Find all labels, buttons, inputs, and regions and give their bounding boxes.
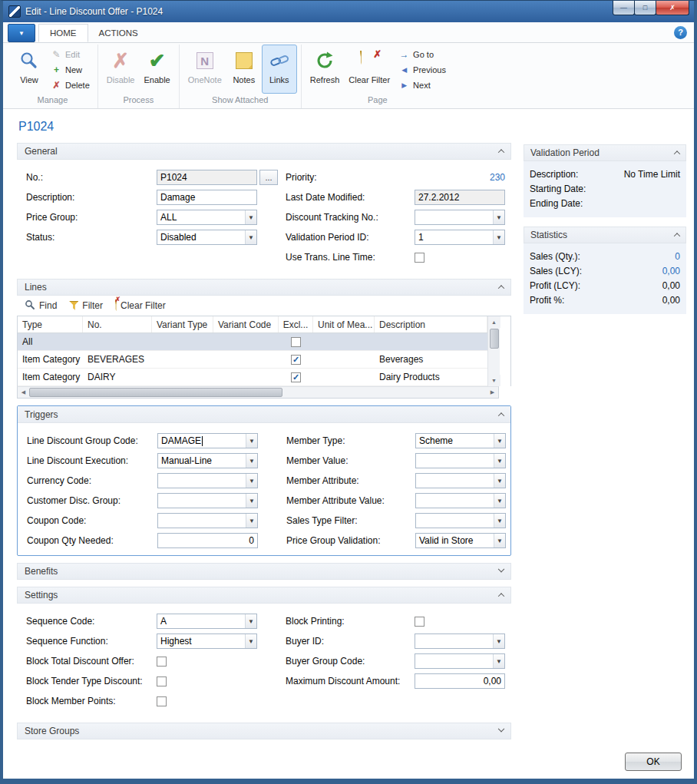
notes-button[interactable]: Notes bbox=[226, 45, 262, 94]
horizontal-scrollbar[interactable]: ◀ ▶ bbox=[17, 386, 499, 399]
scroll-down-icon[interactable]: ▼ bbox=[488, 375, 500, 386]
next-button[interactable]: ▶ Next bbox=[395, 78, 450, 93]
enable-button[interactable]: ✔ Enable bbox=[139, 45, 174, 94]
block-total-discount-offer-checkbox[interactable] bbox=[157, 657, 167, 667]
disable-button[interactable]: ✗ Disable bbox=[102, 45, 140, 94]
stat-sales-lcy-value[interactable]: 0,00 bbox=[662, 266, 680, 276]
triggers-header[interactable]: Triggers bbox=[18, 406, 510, 423]
block-member-points-checkbox[interactable] bbox=[157, 696, 167, 706]
dropdown-arrow-icon[interactable]: ▼ bbox=[246, 434, 257, 448]
dropdown-arrow-icon[interactable]: ▼ bbox=[246, 454, 257, 468]
maximize-button[interactable]: □ bbox=[634, 1, 656, 15]
buyer-group-code-select[interactable]: ▼ bbox=[415, 653, 505, 669]
benefits-header[interactable]: Benefits bbox=[17, 563, 511, 580]
column-header-no[interactable]: No. bbox=[83, 316, 152, 332]
line-discount-execution-select[interactable]: Manual-Line ▼ bbox=[157, 453, 258, 468]
sequence-function-select[interactable]: Highest ▼ bbox=[157, 633, 257, 649]
table-row[interactable]: Item Category BEVERAGES ✓ Beverages bbox=[18, 351, 487, 369]
block-tender-type-discount-checkbox[interactable] bbox=[157, 676, 167, 686]
ok-button[interactable]: OK bbox=[625, 753, 682, 771]
minimize-button[interactable]: — bbox=[613, 1, 635, 15]
chevron-up-icon[interactable] bbox=[498, 412, 504, 418]
links-button[interactable]: Links bbox=[262, 45, 297, 94]
member-attribute-value-select[interactable]: ▼ bbox=[415, 493, 506, 508]
column-header-type[interactable]: Type bbox=[18, 316, 83, 332]
dropdown-arrow-icon[interactable]: ▼ bbox=[493, 230, 504, 244]
discount-tracking-no-select[interactable]: ▼ bbox=[415, 210, 505, 225]
general-header[interactable]: General bbox=[17, 143, 511, 160]
dropdown-arrow-icon[interactable]: ▼ bbox=[246, 514, 257, 528]
no-field[interactable]: P1024 bbox=[157, 170, 257, 185]
dropdown-arrow-icon[interactable]: ▼ bbox=[245, 210, 256, 224]
coupon-code-select[interactable]: ▼ bbox=[157, 513, 258, 528]
description-field[interactable]: Damage bbox=[157, 190, 257, 205]
customer-disc-group-select[interactable]: ▼ bbox=[157, 493, 258, 508]
previous-button[interactable]: ◀ Previous bbox=[395, 62, 450, 78]
member-type-select[interactable]: Scheme ▼ bbox=[415, 433, 506, 448]
sequence-code-select[interactable]: A ▼ bbox=[157, 614, 257, 629]
assist-edit-button[interactable]: ... bbox=[259, 170, 278, 185]
new-button[interactable]: + New bbox=[47, 62, 94, 78]
dropdown-arrow-icon[interactable]: ▼ bbox=[245, 230, 256, 244]
dropdown-arrow-icon[interactable]: ▼ bbox=[493, 654, 504, 668]
lines-clear-filter-button[interactable]: ✗ Clear Filter bbox=[115, 300, 166, 311]
block-printing-checkbox[interactable] bbox=[415, 617, 424, 627]
refresh-button[interactable]: Refresh bbox=[306, 45, 345, 94]
table-row[interactable]: All bbox=[18, 333, 487, 351]
column-header-variant-code[interactable]: Variant Code bbox=[213, 316, 279, 332]
buyer-id-select[interactable]: ▼ bbox=[415, 633, 505, 649]
chevron-up-icon[interactable] bbox=[674, 151, 680, 157]
validation-period-id-select[interactable]: 1 ▼ bbox=[415, 230, 505, 245]
excl-checkbox[interactable]: ✓ bbox=[291, 355, 301, 365]
chevron-up-icon[interactable] bbox=[674, 233, 680, 239]
dropdown-arrow-icon[interactable]: ▼ bbox=[245, 614, 256, 628]
coupon-qty-needed-field[interactable]: 0 bbox=[157, 533, 258, 548]
view-button[interactable]: View bbox=[12, 45, 47, 94]
edit-button[interactable]: ✎ Edit bbox=[47, 47, 94, 62]
vertical-scrollbar[interactable]: ▲ ▼ bbox=[487, 316, 500, 386]
filter-button[interactable]: Filter bbox=[69, 300, 103, 311]
dropdown-arrow-icon[interactable]: ▼ bbox=[494, 454, 505, 468]
lines-header[interactable]: Lines bbox=[17, 279, 511, 296]
delete-button[interactable]: ✗ Delete bbox=[47, 78, 94, 93]
dropdown-arrow-icon[interactable]: ▼ bbox=[494, 434, 505, 448]
dropdown-arrow-icon[interactable]: ▼ bbox=[493, 210, 504, 224]
price-group-select[interactable]: ALL ▼ bbox=[157, 210, 257, 225]
onenote-button[interactable]: N OneNote bbox=[183, 45, 226, 94]
tab-actions[interactable]: ACTIONS bbox=[88, 24, 149, 42]
chevron-up-icon[interactable] bbox=[498, 285, 504, 291]
scroll-right-icon[interactable]: ▶ bbox=[487, 387, 498, 398]
scroll-left-icon[interactable]: ◀ bbox=[18, 387, 29, 398]
chevron-down-icon[interactable] bbox=[498, 566, 504, 572]
dropdown-arrow-icon[interactable]: ▼ bbox=[493, 634, 504, 648]
scroll-up-icon[interactable]: ▲ bbox=[488, 316, 500, 328]
dropdown-arrow-icon[interactable]: ▼ bbox=[494, 474, 505, 488]
column-header-excl[interactable]: Excl... bbox=[279, 316, 313, 332]
priority-value[interactable]: 230 bbox=[415, 172, 505, 183]
close-button[interactable]: ✗ bbox=[656, 1, 689, 15]
status-select[interactable]: Disabled ▼ bbox=[157, 230, 257, 245]
chevron-up-icon[interactable] bbox=[498, 149, 504, 155]
tab-home[interactable]: HOME bbox=[38, 24, 88, 42]
help-button[interactable]: ? bbox=[674, 26, 687, 39]
price-group-validation-select[interactable]: Valid in Store ▼ bbox=[415, 533, 506, 548]
clear-filter-button[interactable]: ✗ Clear Filter bbox=[344, 45, 395, 94]
goto-button[interactable]: → Go to bbox=[395, 47, 450, 62]
dropdown-arrow-icon[interactable]: ▼ bbox=[246, 494, 257, 508]
use-trans-line-time-checkbox[interactable] bbox=[415, 253, 424, 263]
line-discount-group-code-select[interactable]: DAMAGE ▼ bbox=[157, 433, 258, 448]
maximum-discount-amount-field[interactable]: 0,00 bbox=[415, 673, 505, 689]
member-attribute-select[interactable]: ▼ bbox=[415, 473, 506, 488]
excl-checkbox[interactable] bbox=[291, 337, 301, 347]
settings-header[interactable]: Settings bbox=[17, 587, 511, 604]
validation-period-header[interactable]: Validation Period bbox=[524, 144, 686, 161]
scrollbar-thumb[interactable] bbox=[29, 388, 282, 397]
chevron-down-icon[interactable] bbox=[498, 726, 504, 732]
dropdown-arrow-icon[interactable]: ▼ bbox=[494, 514, 505, 528]
dropdown-arrow-icon[interactable]: ▼ bbox=[246, 474, 257, 488]
sales-type-filter-select[interactable]: ▼ bbox=[415, 513, 506, 528]
dropdown-arrow-icon[interactable]: ▼ bbox=[494, 494, 505, 508]
find-button[interactable]: Find bbox=[25, 299, 57, 313]
store-groups-header[interactable]: Store Groups bbox=[17, 723, 511, 739]
currency-code-select[interactable]: ▼ bbox=[157, 473, 258, 488]
